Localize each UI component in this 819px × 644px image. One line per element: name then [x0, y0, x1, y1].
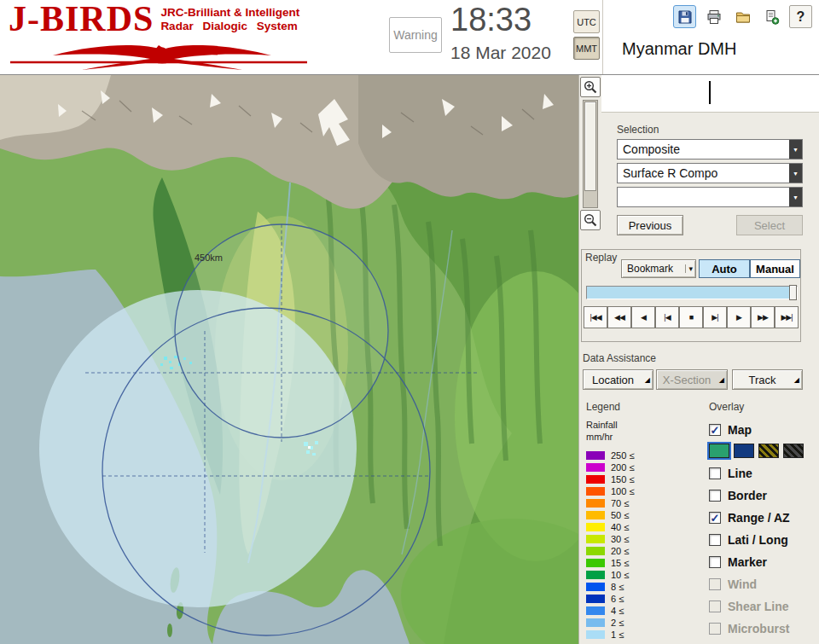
legend-value-label: 70 ≤ — [611, 498, 629, 508]
open-folder-icon[interactable] — [731, 5, 754, 28]
overlay-item-shear-line: Shear Line — [709, 598, 818, 615]
playback-step-back-button[interactable]: |◀ — [655, 306, 679, 328]
legend-color-swatch — [586, 547, 605, 555]
playback-stop-button[interactable]: ■ — [679, 306, 703, 328]
legend-value-label: 10 ≤ — [611, 570, 629, 580]
overlay-item-marker: Marker — [709, 554, 818, 571]
xsection-label: X-Section — [663, 374, 711, 386]
legend-value-label: 15 ≤ — [611, 558, 629, 568]
map-style-dark-blue-swatch[interactable] — [734, 444, 754, 458]
legend-row: 2 ≤ — [586, 618, 706, 628]
dropdown-value: Composite — [618, 140, 802, 159]
checkbox-marker[interactable] — [709, 556, 721, 568]
playback-play-reverse-button[interactable]: ◀ — [631, 306, 655, 328]
range-ring-label: 450km — [195, 252, 223, 263]
extra-dropdown[interactable]: ▼ — [617, 187, 803, 207]
playback-controls: |◀◀◀◀◀|◀■▶|▶▶▶▶▶| — [584, 306, 799, 328]
select-button[interactable]: Select — [736, 215, 803, 235]
legend-color-swatch — [586, 463, 605, 472]
bookmark-label: Bookmark — [627, 263, 673, 275]
utc-button[interactable]: UTC — [573, 10, 600, 33]
export-icon[interactable] — [760, 5, 783, 28]
dropdown-value: Surface R Compo — [618, 164, 802, 183]
map-style-olive-hatch-swatch[interactable] — [758, 444, 779, 458]
manual-button[interactable]: Manual — [750, 259, 800, 278]
legend-color-swatch — [586, 630, 605, 639]
toolbar: ? — [673, 5, 812, 28]
map-style-terrain-green-swatch[interactable] — [709, 444, 729, 458]
overlay-item-line: Line — [709, 465, 818, 482]
selection-label: Selection — [617, 124, 659, 136]
replay-slider[interactable] — [586, 286, 798, 299]
save-icon[interactable] — [673, 5, 696, 28]
legend-color-swatch — [586, 451, 605, 460]
legend-value-label: 200 ≤ — [611, 462, 634, 473]
overlay-item-label: Line — [728, 467, 752, 480]
zoom-in-button[interactable] — [580, 77, 601, 97]
previous-button[interactable]: Previous — [617, 215, 683, 235]
scrollbar-thumb[interactable] — [584, 102, 596, 191]
chevron-down-icon[interactable]: ▼ — [789, 140, 802, 159]
legend-color-swatch — [586, 535, 605, 543]
legend-row: 150 ≤ — [586, 475, 706, 484]
playback-last-button[interactable]: ▶▶| — [775, 306, 799, 328]
command-input[interactable] — [601, 75, 819, 113]
playback-fast-forward-button[interactable]: ▶▶ — [751, 306, 775, 328]
zoom-out-button[interactable] — [580, 210, 601, 230]
chevron-down-icon[interactable]: ▼ — [789, 164, 802, 183]
help-icon[interactable]: ? — [789, 5, 812, 28]
mmt-button[interactable]: MMT — [573, 37, 600, 60]
map-scrollbar[interactable] — [583, 100, 598, 208]
bookmark-button[interactable]: Bookmark ▾ — [621, 259, 696, 278]
overlay-item-border: Border — [709, 487, 818, 504]
legend-row: 50 ≤ — [586, 511, 706, 520]
legend-row: 250 ≤ — [586, 451, 706, 461]
checkbox-lati-long[interactable] — [709, 534, 721, 546]
xsection-button[interactable]: X-Section ◢ — [656, 369, 728, 390]
legend-value-label: 1 ≤ — [611, 629, 624, 640]
legend-row: 6 ≤ — [586, 595, 706, 604]
checkbox-line[interactable] — [709, 467, 721, 479]
legend-row: 1 ≤ — [586, 630, 706, 640]
map-style-gray-hatch-swatch[interactable] — [783, 444, 804, 458]
playback-rewind-button[interactable]: ◀◀ — [607, 306, 631, 328]
overlay-item-lati-long: Lati / Long — [709, 531, 818, 548]
checkbox-map[interactable]: ✓ — [709, 424, 721, 436]
timezone-toggle: UTC MMT — [573, 10, 600, 60]
legend-value-label: 8 ≤ — [611, 582, 624, 592]
overlay-item-label: Marker — [728, 555, 767, 569]
radar-map[interactable]: 450km — [0, 75, 578, 644]
checkbox-shear-line — [709, 600, 721, 612]
overlay-item-microburst: Microburst — [709, 620, 818, 637]
legend-rows: 250 ≤200 ≤150 ≤100 ≤70 ≤50 ≤40 ≤30 ≤20 ≤… — [586, 451, 706, 640]
auto-button[interactable]: Auto — [699, 259, 750, 278]
playback-first-button[interactable]: |◀◀ — [584, 306, 607, 328]
header-right: ? Myanmar DMH — [602, 0, 819, 74]
replay-group: Replay Bookmark ▾ Auto Manual |◀◀◀◀◀|◀■▶… — [581, 249, 801, 342]
composite-dropdown[interactable]: Composite ▼ — [617, 139, 803, 160]
checkbox-border[interactable] — [709, 490, 721, 502]
track-button[interactable]: Track ◢ — [732, 369, 803, 390]
product-dropdown[interactable]: Surface R Compo ▼ — [617, 163, 803, 183]
clock-date: 18 Mar 2020 — [450, 43, 551, 63]
checkbox-range-az[interactable]: ✓ — [709, 512, 721, 524]
playback-step-forward-button[interactable]: ▶| — [703, 306, 727, 328]
legend-color-swatch — [586, 499, 605, 508]
chevron-down-icon[interactable]: ▼ — [789, 188, 802, 206]
overlay-item-label: Wind — [728, 577, 757, 591]
jbirds-app: J-BIRDS JRC-Brilliant & Intelligent Rada… — [0, 0, 819, 644]
legend-color-swatch — [586, 523, 605, 531]
location-label: Location — [592, 374, 634, 386]
legend-row: 200 ≤ — [586, 463, 706, 473]
warning-button[interactable]: Warning — [389, 17, 442, 53]
terrain-map-image[interactable]: 450km — [0, 75, 578, 644]
legend-color-swatch — [586, 487, 605, 496]
legend-row: 40 ≤ — [586, 523, 706, 532]
corner-arrow-icon: ◢ — [719, 376, 724, 384]
legend-unit-2: mm/hr — [586, 432, 706, 444]
legend-unit-1: Rainfall — [586, 420, 706, 432]
location-button[interactable]: Location ◢ — [583, 369, 653, 390]
playback-play-button[interactable]: ▶ — [727, 306, 751, 328]
print-icon[interactable] — [702, 5, 725, 28]
slider-thumb[interactable] — [789, 285, 797, 300]
